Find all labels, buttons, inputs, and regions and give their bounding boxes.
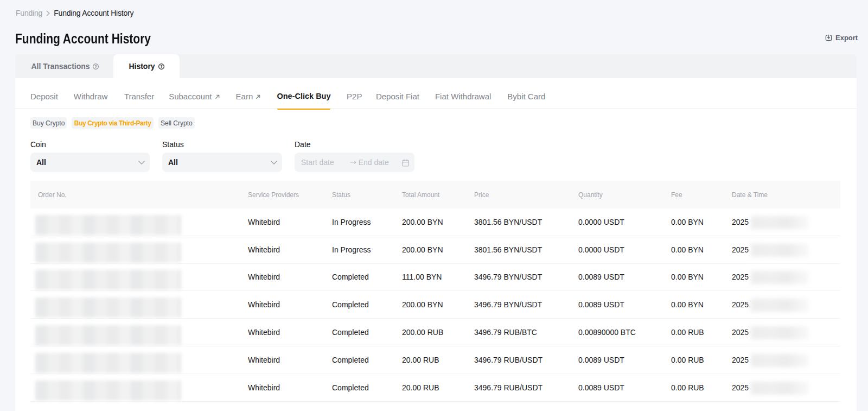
svg-text:?: ? [94,64,97,69]
svg-text:?: ? [160,64,163,69]
